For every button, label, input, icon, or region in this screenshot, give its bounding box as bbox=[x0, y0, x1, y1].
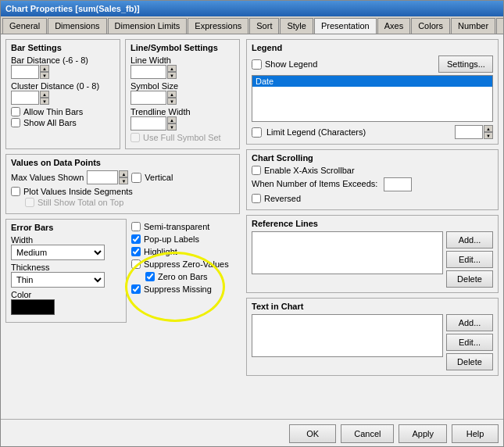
trendline-width-spin: 1 pt ▲ ▼ bbox=[130, 116, 177, 131]
highlight-row: Highlight bbox=[131, 247, 229, 256]
bottom-left-section: Error Bars Width Narrow Medium Wide Thic… bbox=[5, 219, 240, 323]
zero-on-bars-row: Zero on Bars bbox=[145, 272, 229, 281]
legend-list[interactable]: Date bbox=[252, 75, 493, 122]
apply-button[interactable]: Apply bbox=[399, 424, 447, 443]
ref-edit-button[interactable]: Edit... bbox=[446, 251, 493, 268]
cluster-distance-row: 5 ▲ ▼ bbox=[11, 91, 115, 105]
symbol-size-down[interactable]: ▼ bbox=[167, 98, 177, 105]
use-full-symbol-row: Use Full Symbol Set bbox=[130, 133, 234, 142]
show-all-bars-checkbox[interactable] bbox=[11, 118, 20, 127]
enable-xaxis-checkbox[interactable] bbox=[252, 166, 261, 175]
highlight-checkbox[interactable] bbox=[131, 247, 141, 256]
trendline-width-input[interactable]: 1 pt bbox=[130, 116, 166, 131]
trendline-width-up[interactable]: ▲ bbox=[167, 116, 177, 123]
reference-lines-box bbox=[252, 231, 443, 274]
symbol-size-up[interactable]: ▲ bbox=[167, 91, 177, 98]
tab-dimensions[interactable]: Dimensions bbox=[48, 18, 106, 34]
text-delete-button[interactable]: Delete bbox=[446, 353, 493, 370]
cluster-distance-down[interactable]: ▼ bbox=[40, 98, 49, 105]
bar-distance-input[interactable]: 2 bbox=[11, 65, 39, 79]
tab-colors[interactable]: Colors bbox=[411, 18, 450, 34]
line-width-down[interactable]: ▼ bbox=[167, 72, 177, 79]
bar-distance-up[interactable]: ▲ bbox=[40, 65, 49, 72]
values-section: Values on Data Points Max Values Shown 1… bbox=[5, 154, 240, 214]
enable-xaxis-label: Enable X-Axis Scrollbar bbox=[264, 166, 355, 175]
still-show-total-label: Still Show Total on Top bbox=[38, 198, 123, 207]
when-number-input[interactable]: 10 bbox=[384, 177, 412, 191]
limit-legend-down[interactable]: ▼ bbox=[484, 132, 493, 139]
bar-settings-section: Bar Settings Bar Distance (-6 - 8) 2 ▲ ▼ bbox=[5, 39, 120, 149]
text-add-button[interactable]: Add... bbox=[446, 314, 493, 331]
vertical-checkbox[interactable] bbox=[131, 173, 141, 183]
popup-labels-checkbox[interactable] bbox=[131, 234, 141, 244]
enable-xaxis-row: Enable X-Axis Scrollbar bbox=[252, 166, 493, 175]
tab-expressions[interactable]: Expressions bbox=[188, 18, 248, 34]
left-column: Bar Settings Bar Distance (-6 - 8) 2 ▲ ▼ bbox=[5, 39, 240, 414]
plot-values-checkbox[interactable] bbox=[11, 187, 20, 196]
tab-style[interactable]: Style bbox=[280, 18, 313, 34]
text-in-chart-box bbox=[252, 314, 443, 357]
max-values-down[interactable]: ▼ bbox=[119, 177, 128, 184]
window: Chart Properties [sum(Sales_fb)] General… bbox=[0, 0, 504, 447]
limit-legend-up[interactable]: ▲ bbox=[484, 125, 493, 132]
ref-add-button[interactable]: Add... bbox=[446, 231, 493, 249]
semi-transparent-row: Semi-transparent bbox=[131, 222, 229, 231]
bar-settings-title: Bar Settings bbox=[11, 43, 115, 52]
symbol-size-input[interactable]: 2 pt bbox=[130, 91, 166, 105]
still-show-total-checkbox[interactable] bbox=[25, 198, 34, 207]
cancel-button[interactable]: Cancel bbox=[341, 424, 394, 443]
line-width-input[interactable]: 2 pt bbox=[130, 65, 166, 79]
thickness-dropdown[interactable]: Thin Medium Thick bbox=[11, 272, 105, 288]
tab-presentation[interactable]: Presentation bbox=[314, 18, 377, 34]
use-full-symbol-checkbox[interactable] bbox=[130, 133, 140, 142]
limit-legend-checkbox[interactable] bbox=[252, 127, 262, 138]
show-all-bars-row: Show All Bars bbox=[11, 118, 115, 127]
tab-axes[interactable]: Axes bbox=[377, 18, 410, 34]
chart-scrolling-title: Chart Scrolling bbox=[252, 153, 493, 163]
error-bars-title: Error Bars bbox=[11, 223, 121, 232]
semi-transparent-checkbox[interactable] bbox=[131, 222, 141, 231]
allow-thin-bars-checkbox[interactable] bbox=[11, 107, 20, 116]
tab-sort[interactable]: Sort bbox=[249, 18, 279, 34]
show-legend-checkbox[interactable] bbox=[252, 59, 262, 70]
tab-font[interactable]: Font bbox=[496, 18, 503, 34]
text-in-chart-title: Text in Chart bbox=[252, 302, 493, 311]
text-edit-button[interactable]: Edit... bbox=[446, 334, 493, 351]
right-column: Legend Show Legend Settings... Date Limi… bbox=[246, 39, 499, 414]
cluster-distance-input[interactable]: 5 bbox=[11, 91, 39, 105]
zero-on-bars-checkbox[interactable] bbox=[145, 272, 155, 281]
trendline-width-down[interactable]: ▼ bbox=[167, 123, 177, 131]
still-show-total-row: Still Show Total on Top bbox=[25, 198, 234, 207]
line-width-up[interactable]: ▲ bbox=[167, 65, 177, 72]
bar-distance-down[interactable]: ▼ bbox=[40, 72, 49, 79]
reference-lines-section: Reference Lines Add... Edit... Delete bbox=[246, 215, 499, 293]
width-dropdown[interactable]: Narrow Medium Wide bbox=[11, 245, 105, 260]
reversed-row: Reversed bbox=[252, 194, 493, 203]
tab-dimension-limits[interactable]: Dimension Limits bbox=[108, 18, 188, 34]
line-symbol-section: Line/Symbol Settings Line Width 2 pt ▲ ▼ bbox=[125, 39, 240, 149]
legend-item-date[interactable]: Date bbox=[252, 76, 492, 87]
max-values-up[interactable]: ▲ bbox=[119, 170, 128, 177]
max-values-spin: 100 ▲ ▼ bbox=[87, 170, 128, 184]
tab-number[interactable]: Number bbox=[451, 18, 495, 34]
reversed-checkbox[interactable] bbox=[252, 194, 261, 203]
cluster-distance-up[interactable]: ▲ bbox=[40, 91, 49, 98]
use-full-symbol-label: Use Full Symbol Set bbox=[143, 133, 221, 142]
cluster-distance-spin: 5 ▲ ▼ bbox=[11, 91, 49, 105]
color-box[interactable] bbox=[11, 299, 55, 315]
values-title: Values on Data Points bbox=[11, 158, 234, 167]
suppress-zero-checkbox[interactable] bbox=[131, 259, 141, 269]
settings-button[interactable]: Settings... bbox=[438, 55, 493, 73]
legend-title: Legend bbox=[252, 43, 493, 52]
ok-button[interactable]: OK bbox=[289, 424, 336, 443]
limit-legend-input[interactable]: 15 bbox=[455, 125, 483, 139]
thickness-row: Thin Medium Thick bbox=[11, 272, 121, 288]
when-number-row: When Number of Items Exceeds: 10 bbox=[252, 177, 493, 191]
tab-general[interactable]: General bbox=[2, 18, 47, 34]
ref-delete-button[interactable]: Delete bbox=[446, 270, 493, 288]
zero-on-bars-label: Zero on Bars bbox=[158, 272, 208, 281]
suppress-missing-checkbox[interactable] bbox=[131, 284, 141, 294]
max-values-input[interactable]: 100 bbox=[87, 170, 118, 184]
help-button[interactable]: Help bbox=[452, 424, 499, 443]
show-legend-label: Show Legend bbox=[265, 59, 317, 69]
